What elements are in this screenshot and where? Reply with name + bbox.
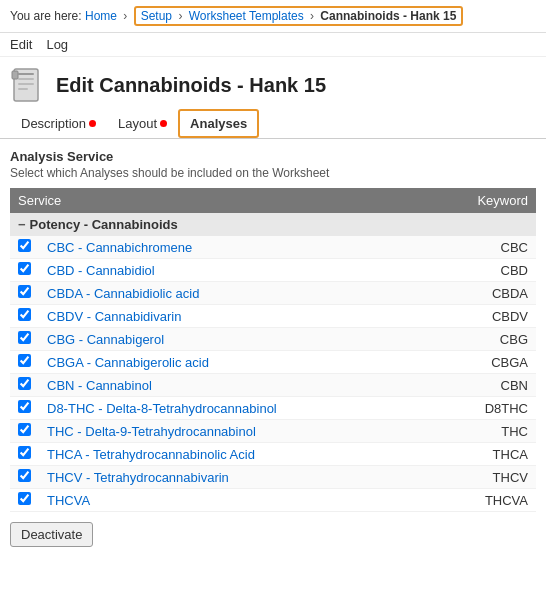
table-row: THCV - Tetrahydrocannabivarin THCV: [10, 466, 536, 489]
table-row: CBN - Cannabinol CBN: [10, 374, 536, 397]
row-checkbox-cell: [10, 420, 39, 443]
tab-analyses[interactable]: Analyses: [178, 109, 259, 138]
row-keyword-cell: CBG: [430, 328, 536, 351]
row-checkbox-cell: [10, 397, 39, 420]
row-checkbox-3[interactable]: [18, 308, 31, 321]
bottom-bar: Deactivate: [0, 512, 546, 557]
table-row: D8-THC - Delta-8-Tetrahydrocannabinol D8…: [10, 397, 536, 420]
row-checkbox-cell: [10, 443, 39, 466]
breadcrumb-path: Setup › Worksheet Templates › Cannabinoi…: [134, 6, 464, 26]
row-service-cell: CBGA - Cannabigerolic acid: [39, 351, 430, 374]
row-keyword-cell: D8THC: [430, 397, 536, 420]
worksheet-icon: [10, 67, 46, 103]
row-checkbox-4[interactable]: [18, 331, 31, 344]
row-checkbox-9[interactable]: [18, 446, 31, 459]
row-service-link[interactable]: CBD - Cannabidiol: [47, 263, 155, 278]
tab-description-dot: [89, 120, 96, 127]
row-service-cell: D8-THC - Delta-8-Tetrahydrocannabinol: [39, 397, 430, 420]
row-checkbox-0[interactable]: [18, 239, 31, 252]
row-service-link[interactable]: CBDA - Cannabidiolic acid: [47, 286, 199, 301]
group-expand-icon[interactable]: −: [18, 217, 26, 232]
table-row: CBG - Cannabigerol CBG: [10, 328, 536, 351]
tab-analyses-label: Analyses: [190, 116, 247, 131]
row-service-cell: THCVA: [39, 489, 430, 512]
header-service: Service: [10, 188, 430, 213]
breadcrumb: You are here: Home › Setup › Worksheet T…: [0, 0, 546, 33]
row-checkbox-cell: [10, 466, 39, 489]
row-service-link[interactable]: THCV - Tetrahydrocannabivarin: [47, 470, 229, 485]
row-service-link[interactable]: THCA - Tetrahydrocannabinolic Acid: [47, 447, 255, 462]
breadcrumb-home[interactable]: Home: [85, 9, 117, 23]
row-keyword-cell: CBGA: [430, 351, 536, 374]
nav-log[interactable]: Log: [46, 37, 68, 52]
top-nav: Edit Log: [0, 33, 546, 57]
row-service-cell: CBG - Cannabigerol: [39, 328, 430, 351]
row-checkbox-6[interactable]: [18, 377, 31, 390]
row-checkbox-cell: [10, 259, 39, 282]
row-service-cell: CBN - Cannabinol: [39, 374, 430, 397]
table-row: CBD - Cannabidiol CBD: [10, 259, 536, 282]
table-row: CBDA - Cannabidiolic acid CBDA: [10, 282, 536, 305]
row-checkbox-cell: [10, 489, 39, 512]
tab-layout-label: Layout: [118, 116, 157, 131]
row-checkbox-cell: [10, 305, 39, 328]
breadcrumb-worksheet-templates[interactable]: Worksheet Templates: [189, 9, 304, 23]
row-checkbox-8[interactable]: [18, 423, 31, 436]
header-keyword: Keyword: [430, 188, 536, 213]
tab-description-label: Description: [21, 116, 86, 131]
row-keyword-cell: THC: [430, 420, 536, 443]
row-service-link[interactable]: CBG - Cannabigerol: [47, 332, 164, 347]
row-checkbox-cell: [10, 328, 39, 351]
tab-description[interactable]: Description: [10, 109, 107, 138]
row-checkbox-cell: [10, 374, 39, 397]
row-service-link[interactable]: CBDV - Cannabidivarin: [47, 309, 181, 324]
tab-layout-dot: [160, 120, 167, 127]
row-checkbox-5[interactable]: [18, 354, 31, 367]
svg-rect-2: [18, 78, 34, 80]
table-row: THCA - Tetrahydrocannabinolic Acid THCA: [10, 443, 536, 466]
svg-rect-1: [18, 73, 34, 75]
svg-rect-4: [18, 88, 28, 90]
breadcrumb-current: Cannabinoids - Hank 15: [320, 9, 456, 23]
row-service-link[interactable]: THC - Delta-9-Tetrahydrocannabinol: [47, 424, 256, 439]
group-label: Potency - Cannabinoids: [30, 217, 178, 232]
tab-layout[interactable]: Layout: [107, 109, 178, 138]
row-checkbox-2[interactable]: [18, 285, 31, 298]
page-title: Edit Cannabinoids - Hank 15: [56, 74, 326, 97]
nav-edit[interactable]: Edit: [10, 37, 32, 52]
table-group-row: −Potency - Cannabinoids: [10, 213, 536, 236]
breadcrumb-setup[interactable]: Setup: [141, 9, 172, 23]
row-checkbox-1[interactable]: [18, 262, 31, 275]
row-service-cell: CBC - Cannabichromene: [39, 236, 430, 259]
deactivate-button[interactable]: Deactivate: [10, 522, 93, 547]
row-checkbox-cell: [10, 282, 39, 305]
table-row: CBDV - Cannabidivarin CBDV: [10, 305, 536, 328]
row-checkbox-10[interactable]: [18, 469, 31, 482]
row-service-cell: CBD - Cannabidiol: [39, 259, 430, 282]
svg-rect-5: [12, 71, 18, 79]
row-checkbox-cell: [10, 236, 39, 259]
breadcrumb-prefix: You are here:: [10, 9, 82, 23]
row-service-cell: THCA - Tetrahydrocannabinolic Acid: [39, 443, 430, 466]
row-service-cell: CBDV - Cannabidivarin: [39, 305, 430, 328]
row-keyword-cell: CBDV: [430, 305, 536, 328]
row-service-link[interactable]: THCVA: [47, 493, 90, 508]
row-keyword-cell: CBN: [430, 374, 536, 397]
row-service-link[interactable]: CBN - Cannabinol: [47, 378, 152, 393]
row-checkbox-11[interactable]: [18, 492, 31, 505]
row-service-link[interactable]: CBC - Cannabichromene: [47, 240, 192, 255]
section-title: Analysis Service: [0, 149, 546, 166]
row-keyword-cell: CBC: [430, 236, 536, 259]
table-row: CBC - Cannabichromene CBC: [10, 236, 536, 259]
row-service-link[interactable]: D8-THC - Delta-8-Tetrahydrocannabinol: [47, 401, 277, 416]
table-row: THCVA THCVA: [10, 489, 536, 512]
analysis-table: Service Keyword −Potency - Cannabinoids …: [10, 188, 536, 512]
row-checkbox-7[interactable]: [18, 400, 31, 413]
row-service-cell: THC - Delta-9-Tetrahydrocannabinol: [39, 420, 430, 443]
row-keyword-cell: CBDA: [430, 282, 536, 305]
row-keyword-cell: THCA: [430, 443, 536, 466]
row-keyword-cell: THCVA: [430, 489, 536, 512]
row-service-link[interactable]: CBGA - Cannabigerolic acid: [47, 355, 209, 370]
page-header: Edit Cannabinoids - Hank 15: [0, 57, 546, 109]
row-keyword-cell: CBD: [430, 259, 536, 282]
